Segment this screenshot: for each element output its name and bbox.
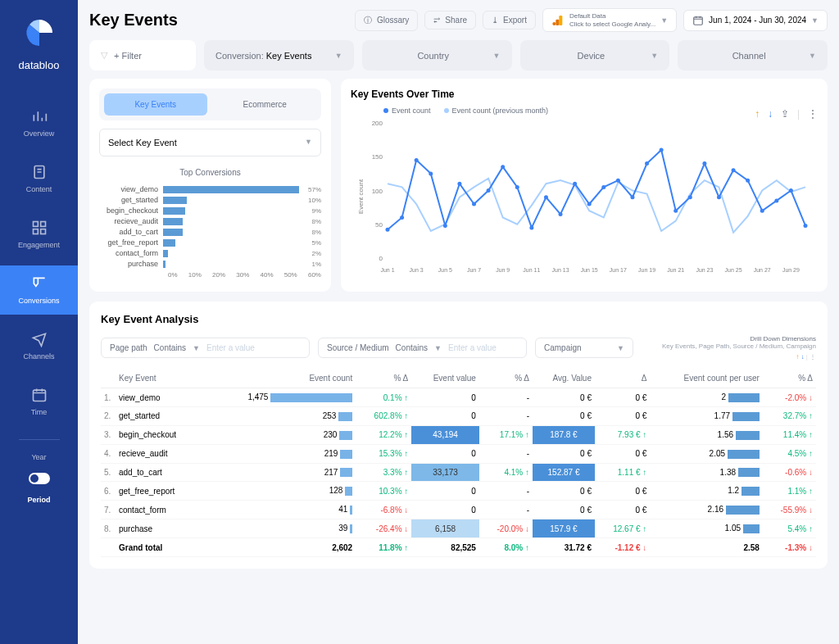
- device-filter[interactable]: Device▼: [520, 40, 670, 70]
- export-chart-icon[interactable]: ⇪: [781, 108, 789, 120]
- sidebar: databloo Overview Content Engagement Con…: [0, 0, 78, 644]
- period-toggle[interactable]: [29, 473, 50, 484]
- date-range-picker[interactable]: Jun 1, 2024 - Jun 30, 2024 ▼: [683, 10, 828, 31]
- svg-point-36: [457, 182, 461, 186]
- svg-point-49: [645, 161, 649, 166]
- svg-point-53: [702, 161, 706, 166]
- drill-down: Drill Down Dimensions Key Events, Page P…: [662, 335, 816, 361]
- drill-more-icon[interactable]: ⋮: [810, 353, 816, 361]
- chart-legend: Event count Event count (previous month): [383, 107, 818, 115]
- svg-text:Jun 17: Jun 17: [610, 267, 627, 273]
- svg-text:Jun 1: Jun 1: [380, 267, 394, 273]
- svg-text:Jun 19: Jun 19: [638, 267, 655, 273]
- svg-rect-4: [40, 229, 45, 234]
- top-conversions-chart: view_demo57%get_started10%begin_checkout…: [99, 185, 321, 268]
- svg-text:Jun 9: Jun 9: [496, 267, 510, 273]
- svg-rect-6: [559, 16, 562, 25]
- top-conversions-title: Top Conversions: [99, 168, 321, 177]
- svg-point-39: [501, 165, 505, 169]
- events-over-time-card: Key Events Over Time ↑ ↓ ⇪ | ⋮ Event cou…: [341, 79, 828, 292]
- svg-text:Jun 13: Jun 13: [552, 267, 569, 273]
- main-content: Key Events ⓘ Glossary ⥂ Share ⤓ Export D…: [78, 0, 839, 644]
- export-button[interactable]: ⤓ Export: [483, 11, 536, 29]
- divider: |: [797, 108, 800, 120]
- svg-point-8: [552, 22, 556, 25]
- svg-point-50: [660, 148, 664, 152]
- svg-text:Jun 27: Jun 27: [754, 267, 771, 273]
- page-title: Key Events: [89, 11, 348, 29]
- table-row[interactable]: 6.get_free_report 128 10.3% ↑ 0 - 0 € 0 …: [101, 482, 816, 501]
- svg-text:Jun 15: Jun 15: [581, 267, 598, 273]
- top-conversions-card: Key Events Ecommerce Select Key Event▼ T…: [89, 79, 331, 292]
- analysis-table: Key EventEvent count% ΔEvent value% ΔAvg…: [101, 369, 816, 557]
- table-row[interactable]: 7.contact_form 41 -6.8% ↓ 0 - 0 € 0 € 2.…: [101, 501, 816, 519]
- svg-rect-9: [694, 17, 703, 25]
- calendar-icon: [692, 15, 704, 26]
- svg-point-52: [688, 195, 692, 199]
- table-row[interactable]: 3.begin_checkout 230 12.2% ↑ 43,194 17.1…: [101, 425, 816, 444]
- svg-point-59: [789, 188, 793, 193]
- conversion-filter[interactable]: Conversion: Key Events▼: [204, 40, 354, 70]
- header: Key Events ⓘ Glossary ⥂ Share ⤓ Export D…: [89, 8, 828, 32]
- nav-conversions[interactable]: Conversions: [0, 265, 78, 315]
- nav-overview[interactable]: Overview: [0, 98, 78, 147]
- nav-engagement[interactable]: Engagement: [0, 210, 78, 259]
- svg-text:Jun 23: Jun 23: [696, 267, 713, 273]
- table-row[interactable]: 5.add_to_cart 217 3.3% ↑ 33,173 4.1% ↑ 1…: [101, 463, 816, 482]
- brand-name: databloo: [19, 59, 60, 71]
- table-row[interactable]: 8.purchase 39 -26.4% ↓ 6,158 -20.0% ↓ 15…: [101, 519, 816, 538]
- data-source-select[interactable]: Default DataClick to select Google Analy…: [542, 8, 677, 32]
- tab-key-events[interactable]: Key Events: [104, 93, 207, 116]
- svg-text:100: 100: [372, 188, 383, 195]
- svg-point-41: [529, 226, 533, 230]
- svg-point-38: [487, 188, 491, 193]
- country-filter[interactable]: Country▼: [362, 40, 512, 70]
- svg-point-44: [573, 182, 577, 186]
- svg-text:Jun 3: Jun 3: [410, 267, 424, 273]
- logo-icon: [23, 16, 56, 49]
- line-chart: 200150100500Event countJun 1Jun 3Jun 5Ju…: [351, 115, 818, 279]
- tab-ecommerce[interactable]: Ecommerce: [214, 93, 317, 116]
- more-icon[interactable]: ⋮: [808, 108, 818, 120]
- sort-asc-icon[interactable]: ↑: [755, 108, 760, 120]
- table-row[interactable]: 1.view_demo 1,475 0.1% ↑ 0 - 0 € 0 € 2 -…: [101, 388, 816, 407]
- year-label: Year: [31, 453, 46, 461]
- svg-text:Jun 5: Jun 5: [438, 267, 452, 273]
- svg-text:200: 200: [372, 120, 383, 127]
- svg-rect-2: [40, 222, 45, 227]
- svg-rect-5: [33, 390, 45, 401]
- channel-filter[interactable]: Channel▼: [678, 40, 828, 70]
- svg-point-42: [544, 195, 548, 199]
- nav-time[interactable]: Time: [0, 377, 78, 426]
- chart-x-axis: 0%10%20%30%40%50%60%: [168, 271, 321, 279]
- svg-point-48: [630, 195, 634, 199]
- campaign-filter[interactable]: Campaign▼: [535, 338, 633, 358]
- drill-down-icon[interactable]: ↓: [800, 353, 804, 361]
- svg-point-60: [804, 224, 808, 228]
- chart-actions: ↑ ↓ ⇪ | ⋮: [755, 108, 818, 120]
- nav-content[interactable]: Content: [0, 154, 78, 203]
- svg-text:50: 50: [375, 221, 383, 229]
- add-filter-button[interactable]: ▽+ Filter: [89, 40, 196, 70]
- sort-desc-icon[interactable]: ↓: [768, 108, 773, 120]
- table-row[interactable]: 4.recieve_audit 219 15.3% ↑ 0 - 0 € 0 € …: [101, 444, 816, 463]
- grand-total-row: Grand total2,60211.8% ↑82,5258.0% ↑31.72…: [101, 538, 816, 557]
- table-row[interactable]: 2.get_started 253 602.8% ↑ 0 - 0 € 0 € 1…: [101, 407, 816, 426]
- glossary-button[interactable]: ⓘ Glossary: [355, 10, 418, 31]
- svg-text:Jun 21: Jun 21: [667, 267, 684, 273]
- select-key-event[interactable]: Select Key Event▼: [99, 129, 321, 156]
- page-path-filter[interactable]: Page pathContains▼Enter a value: [101, 338, 310, 358]
- svg-text:Event count: Event count: [357, 179, 365, 214]
- chevron-down-icon: ▼: [811, 16, 819, 25]
- chevron-down-icon: ▼: [660, 16, 668, 25]
- source-medium-filter[interactable]: Source / MediumContains▼Enter a value: [318, 338, 527, 358]
- share-button[interactable]: ⥂ Share: [424, 11, 476, 29]
- svg-point-57: [760, 209, 764, 213]
- svg-text:Jun 11: Jun 11: [523, 267, 540, 273]
- svg-rect-1: [33, 222, 38, 227]
- drill-up-icon[interactable]: ↑: [796, 353, 799, 361]
- nav-channels[interactable]: Channels: [0, 321, 78, 370]
- tabs: Key Events Ecommerce: [99, 88, 321, 120]
- key-event-analysis-card: Key Event Analysis Page pathContains▼Ent…: [89, 302, 828, 569]
- svg-point-40: [515, 185, 519, 189]
